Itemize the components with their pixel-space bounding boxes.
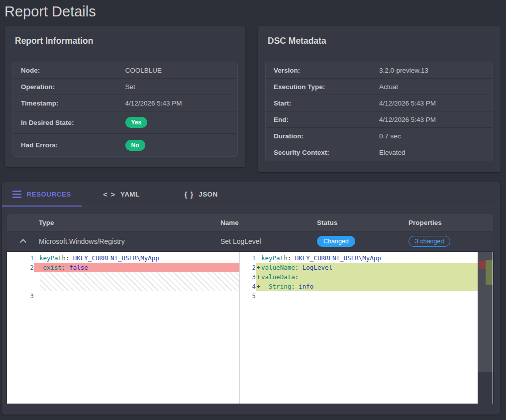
token-punc: : bbox=[291, 283, 299, 290]
resource-type: Microsoft.Windows/Registry bbox=[39, 237, 220, 245]
diff-pane-after[interactable]: 1keyPath: HKEY_CURRENT_USER\MyApp2+value… bbox=[245, 252, 478, 404]
diff-line: 4+ String: info bbox=[245, 282, 478, 291]
token-punc: : bbox=[295, 264, 303, 271]
resources-table-header: TypeNameStatusProperties bbox=[7, 214, 493, 231]
code-text: String: info bbox=[261, 282, 313, 291]
report-information-title: Report Information bbox=[15, 36, 245, 46]
info-value: 4/12/2026 5:43 PM bbox=[379, 116, 436, 123]
line-number: 2 bbox=[245, 263, 256, 272]
info-row: Version:3.2.0-preview.13 bbox=[266, 62, 493, 79]
info-value: 0.7 sec bbox=[379, 132, 401, 140]
diff-line-body bbox=[34, 291, 239, 301]
info-value: 4/12/2026 5:43 PM bbox=[379, 100, 436, 107]
page-title: Report Details bbox=[0, 0, 506, 19]
token-val: HKEY_CURRENT_USER\MyApp bbox=[73, 254, 159, 262]
code-icon: < > bbox=[103, 190, 115, 199]
properties-changed-badge[interactable]: 3 changed bbox=[408, 236, 450, 247]
diff-marker bbox=[256, 253, 261, 263]
info-value: COOLBLUE bbox=[125, 67, 162, 74]
line-number: 1 bbox=[7, 253, 34, 263]
tab-label: RESOURCES bbox=[26, 191, 71, 198]
resources-card: RESOURCES< >YAML{ }JSON TypeNameStatusPr… bbox=[2, 182, 500, 415]
diff-line: 1keyPath: HKEY_CURRENT_USER\MyApp bbox=[7, 253, 239, 263]
diff-line-body: +valueData: bbox=[256, 272, 478, 282]
diff-viewer: 1keyPath: HKEY_CURRENT_USER\MyApp2-_exis… bbox=[7, 252, 493, 404]
token-punc: : bbox=[295, 273, 299, 281]
column-header-type: Type bbox=[39, 219, 220, 226]
diff-line-body bbox=[256, 291, 478, 301]
chevron-up-icon bbox=[20, 239, 26, 245]
info-value: 4/12/2026 5:43 PM bbox=[125, 100, 182, 107]
info-row: Operation:Set bbox=[13, 79, 237, 95]
info-label: Had Errors: bbox=[13, 141, 125, 149]
table-row: Microsoft.Windows/RegistrySet LogLevelCh… bbox=[7, 231, 493, 252]
code-text: valueData: bbox=[261, 272, 299, 282]
info-row: Security Context:Elevated bbox=[266, 144, 493, 161]
tab-bar: RESOURCES< >YAML{ }JSON bbox=[2, 182, 500, 207]
token-punc: : bbox=[288, 254, 295, 262]
diff-pane-before[interactable]: 1keyPath: HKEY_CURRENT_USER\MyApp2-_exis… bbox=[7, 252, 240, 404]
status-changed-badge: Changed bbox=[317, 236, 355, 247]
diff-collapsed-region bbox=[40, 272, 239, 291]
diff-marker bbox=[256, 291, 261, 301]
info-value: Yes bbox=[125, 117, 148, 128]
info-label: In Desired State: bbox=[13, 119, 125, 126]
resource-name: Set LogLevel bbox=[220, 237, 315, 245]
diff-marker: + bbox=[256, 272, 261, 282]
minimap-added-marker bbox=[486, 260, 493, 285]
info-label: Version: bbox=[266, 67, 379, 74]
menu-icon bbox=[12, 190, 21, 199]
diff-line: 3+valueData: bbox=[245, 272, 478, 282]
resources-table: TypeNameStatusProperties Microsoft.Windo… bbox=[7, 214, 493, 404]
column-header-properties: Properties bbox=[407, 219, 493, 226]
info-value: Set bbox=[125, 83, 135, 91]
tab-resources[interactable]: RESOURCES bbox=[2, 182, 82, 206]
diff-line: 3 bbox=[7, 291, 239, 301]
dsc-metadata-card: DSC Metadata Version:3.2.0-preview.13Exe… bbox=[258, 26, 501, 172]
info-label: Timestamp: bbox=[13, 100, 125, 107]
line-number: 2 bbox=[7, 263, 34, 272]
diff-line: 2-_exist: false bbox=[7, 263, 239, 272]
token-key: String bbox=[269, 283, 291, 290]
diff-line: 5 bbox=[245, 291, 478, 301]
report-information-card: Report Information Node:COOLBLUEOperatio… bbox=[5, 26, 245, 167]
token-bool: false bbox=[69, 264, 88, 271]
diff-overview-ruler[interactable] bbox=[478, 252, 493, 372]
info-value: Actual bbox=[379, 83, 398, 91]
diff-line-body: keyPath: HKEY_CURRENT_USER\MyApp bbox=[256, 253, 478, 263]
info-label: Start: bbox=[266, 100, 379, 107]
diff-marker bbox=[34, 291, 39, 301]
diff-line-body: +valueName: LogLevel bbox=[256, 263, 478, 272]
tab-json[interactable]: { }JSON bbox=[161, 182, 241, 206]
token-key: valueData bbox=[261, 273, 295, 281]
info-row: Start:4/12/2026 5:43 PM bbox=[266, 95, 493, 111]
info-label: End: bbox=[266, 116, 379, 123]
token-key: keyPath bbox=[261, 254, 288, 262]
info-row: Execution Type:Actual bbox=[266, 79, 493, 95]
info-row: In Desired State:Yes bbox=[13, 111, 237, 134]
diff-marker: + bbox=[256, 282, 261, 291]
info-row: End:4/12/2026 5:43 PM bbox=[266, 111, 493, 128]
token-key: valueName bbox=[261, 264, 295, 271]
token-val: LogLevel bbox=[303, 264, 332, 271]
line-number: 4 bbox=[245, 282, 256, 291]
info-value: Elevated bbox=[379, 149, 405, 156]
info-value: 3.2.0-preview.13 bbox=[379, 67, 428, 74]
info-row: Had Errors:No bbox=[13, 134, 237, 156]
diff-line-body: keyPath: HKEY_CURRENT_USER\MyApp bbox=[34, 253, 239, 263]
token-punc: : bbox=[62, 264, 69, 271]
diff-line: 2+valueName: LogLevel bbox=[245, 263, 478, 272]
info-label: Node: bbox=[13, 67, 125, 74]
column-header-status: Status bbox=[315, 219, 407, 226]
tab-yaml[interactable]: < >YAML bbox=[82, 182, 161, 206]
diff-marker: - bbox=[34, 263, 39, 272]
report-information-table: Node:COOLBLUEOperation:SetTimestamp:4/12… bbox=[12, 62, 238, 157]
code-text: valueName: LogLevel bbox=[261, 263, 332, 272]
info-row: Node:COOLBLUE bbox=[13, 62, 237, 79]
status-badge-yes: Yes bbox=[125, 117, 148, 128]
info-label: Operation: bbox=[13, 83, 125, 91]
token-val: HKEY_CURRENT_USER\MyApp bbox=[295, 254, 381, 262]
diff-marker: + bbox=[256, 263, 261, 272]
row-expander[interactable] bbox=[7, 231, 39, 251]
info-label: Execution Type: bbox=[266, 83, 379, 91]
